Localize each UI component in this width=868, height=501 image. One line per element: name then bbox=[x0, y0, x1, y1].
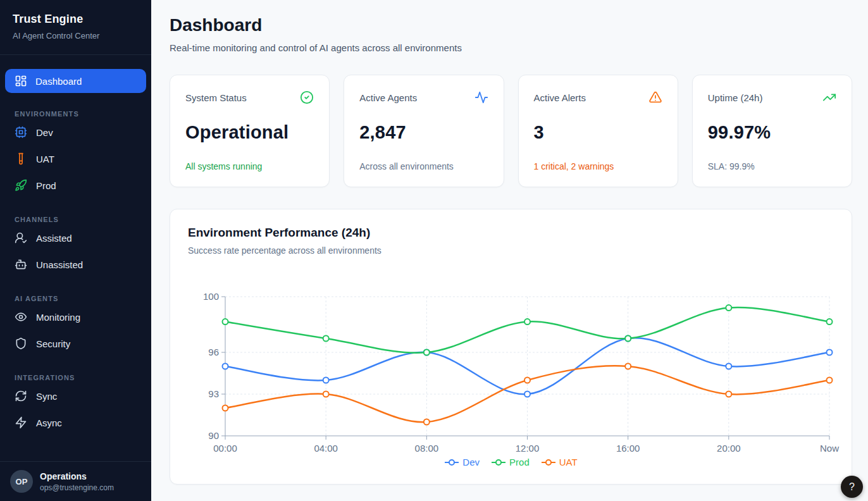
y-tick-label: 100 bbox=[203, 291, 219, 302]
section-label-channels: CHANNELS bbox=[15, 216, 146, 223]
data-point-prod[interactable] bbox=[726, 305, 731, 311]
sidebar-item-label: Monitoring bbox=[36, 312, 80, 323]
data-point-uat[interactable] bbox=[827, 378, 833, 383]
data-point-uat[interactable] bbox=[424, 419, 430, 425]
main-content: Dashboard Real-time monitoring and contr… bbox=[151, 0, 868, 501]
sidebar-item-assisted[interactable]: Assisted bbox=[5, 225, 146, 251]
legend-label: Prod bbox=[509, 457, 530, 467]
legend-item-prod: Prod bbox=[491, 457, 530, 467]
sidebar-item-label: Dashboard bbox=[35, 76, 82, 87]
activity-icon bbox=[474, 90, 488, 104]
page-subtitle: Real-time monitoring and control of AI a… bbox=[170, 42, 852, 53]
check-circle-icon bbox=[300, 90, 314, 104]
sidebar-item-label: Prod bbox=[36, 180, 56, 191]
data-point-prod[interactable] bbox=[524, 319, 530, 325]
x-tick-label: 08:00 bbox=[415, 443, 439, 454]
stat-card-label: System Status bbox=[185, 92, 247, 103]
stat-card-active-alerts: Active Alerts 3 1 critical, 2 warnings bbox=[518, 75, 678, 187]
stat-card-sub: All systems running bbox=[185, 161, 314, 171]
sidebar-item-label: Sync bbox=[36, 391, 57, 402]
chart-legend: DevProdUAT bbox=[188, 457, 834, 467]
data-point-dev[interactable] bbox=[323, 378, 329, 383]
user-name: Operations bbox=[40, 471, 114, 481]
trending-up-icon bbox=[822, 90, 836, 104]
shield-icon bbox=[15, 337, 27, 350]
data-point-prod[interactable] bbox=[323, 336, 329, 342]
x-tick-label: Now bbox=[820, 443, 839, 454]
x-tick-label: 16:00 bbox=[616, 443, 640, 454]
sidebar-item-uat[interactable]: UAT bbox=[5, 145, 146, 172]
data-point-uat[interactable] bbox=[323, 392, 329, 397]
sidebar-item-monitoring[interactable]: Monitoring bbox=[5, 304, 146, 330]
stat-card-label: Active Alerts bbox=[534, 92, 586, 103]
sidebar-item-prod[interactable]: Prod bbox=[5, 172, 146, 199]
data-point-dev[interactable] bbox=[827, 350, 833, 356]
sidebar-item-sync[interactable]: Sync bbox=[5, 383, 146, 409]
legend-item-dev: Dev bbox=[444, 457, 480, 467]
sidebar-item-unassisted[interactable]: Unassisted bbox=[5, 251, 146, 278]
data-point-dev[interactable] bbox=[726, 364, 731, 369]
data-point-uat[interactable] bbox=[223, 405, 228, 411]
stat-card-value: 2,847 bbox=[359, 122, 488, 143]
stat-card-sub: SLA: 99.9% bbox=[708, 161, 836, 171]
legend-label: UAT bbox=[559, 457, 578, 467]
sidebar-item-dev[interactable]: Dev bbox=[5, 119, 146, 145]
legend-marker-icon bbox=[541, 459, 556, 466]
y-tick-label: 93 bbox=[208, 388, 219, 399]
layout-dashboard-icon bbox=[15, 75, 27, 87]
data-point-dev[interactable] bbox=[223, 364, 228, 369]
user-info: Operations ops@trustengine.com bbox=[40, 471, 114, 492]
app-window: Trust Engine AI Agent Control Center Das… bbox=[0, 0, 868, 501]
cpu-chip-icon bbox=[15, 126, 27, 139]
sidebar-item-label: Async bbox=[36, 418, 62, 428]
performance-chart-card: Environment Performance (24h) Success ra… bbox=[170, 209, 852, 485]
data-point-uat[interactable] bbox=[524, 378, 530, 383]
x-tick-label: 20:00 bbox=[717, 443, 741, 454]
rocket-icon bbox=[15, 179, 27, 192]
stat-card-label: Uptime (24h) bbox=[708, 92, 763, 103]
stat-card-label: Active Agents bbox=[359, 92, 417, 103]
stat-card-sub: 1 critical, 2 warnings bbox=[534, 161, 662, 171]
stat-cards-row: System Status Operational All systems ru… bbox=[170, 75, 852, 187]
data-point-dev[interactable] bbox=[524, 392, 530, 397]
legend-label: Dev bbox=[462, 457, 480, 467]
sidebar-item-label: UAT bbox=[36, 154, 54, 164]
sidebar-item-dashboard[interactable]: Dashboard bbox=[5, 69, 146, 93]
help-button[interactable]: ? bbox=[841, 476, 863, 498]
chart-title: Environment Performance (24h) bbox=[188, 226, 834, 240]
y-tick-label: 96 bbox=[208, 347, 219, 357]
robot-icon bbox=[15, 258, 27, 271]
legend-marker-icon bbox=[444, 459, 459, 466]
chart-subtitle: Success rate percentage across all envir… bbox=[188, 245, 834, 256]
sidebar-item-label: Dev bbox=[36, 127, 53, 138]
stat-card-sub: Across all environments bbox=[359, 161, 488, 171]
data-point-prod[interactable] bbox=[424, 350, 430, 356]
user-profile[interactable]: OP Operations ops@trustengine.com bbox=[0, 461, 151, 501]
sidebar-item-label: Security bbox=[36, 338, 70, 349]
data-point-uat[interactable] bbox=[625, 364, 631, 369]
y-tick-label: 90 bbox=[208, 430, 219, 441]
data-point-prod[interactable] bbox=[827, 319, 833, 325]
stat-card-value: 99.97% bbox=[708, 122, 836, 143]
eye-icon bbox=[15, 311, 27, 323]
test-tube-icon bbox=[15, 152, 27, 165]
data-point-prod[interactable] bbox=[223, 319, 228, 325]
x-tick-label: 12:00 bbox=[516, 443, 540, 454]
stat-card-value: Operational bbox=[185, 122, 314, 143]
legend-marker-icon bbox=[491, 459, 506, 466]
legend-item-uat: UAT bbox=[541, 457, 578, 467]
zap-icon bbox=[15, 416, 27, 429]
data-point-uat[interactable] bbox=[726, 392, 731, 397]
user-check-icon bbox=[15, 232, 27, 244]
sidebar-item-security[interactable]: Security bbox=[5, 330, 146, 357]
page-title: Dashboard bbox=[170, 15, 852, 35]
section-label-environments: ENVIRONMENTS bbox=[15, 110, 146, 118]
sidebar-item-label: Assisted bbox=[36, 233, 72, 244]
performance-line-chart[interactable]: 90939610000:0004:0008:0012:0016:0020:00N… bbox=[188, 268, 834, 454]
sidebar-nav: Dashboard ENVIRONMENTS Dev UAT Prod bbox=[0, 55, 151, 461]
user-email: ops@trustengine.com bbox=[40, 483, 114, 492]
sidebar-item-async[interactable]: Async bbox=[5, 409, 146, 436]
data-point-prod[interactable] bbox=[625, 336, 631, 342]
stat-card-active-agents: Active Agents 2,847 Across all environme… bbox=[344, 75, 504, 187]
brand-subtitle: AI Agent Control Center bbox=[13, 31, 139, 40]
